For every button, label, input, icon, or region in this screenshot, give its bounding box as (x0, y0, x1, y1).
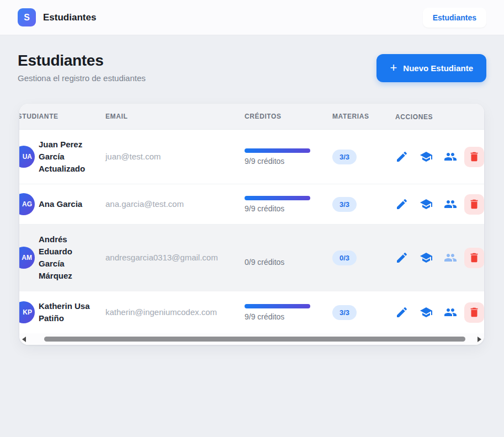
app-title: Estudiantes (43, 12, 96, 23)
credits-progress-bar (245, 304, 310, 308)
trash-icon (468, 198, 480, 210)
credits-progress-bar (245, 196, 310, 200)
student-cell: KP Katherin Usa Patiño (19, 291, 105, 333)
credits-progress-bar (245, 148, 310, 153)
actions-cell (391, 302, 484, 323)
student-email: andresgarcia0313@gmail.com (105, 253, 218, 262)
avatar: UA (19, 146, 35, 168)
credits-cell: 9/9 créditos (245, 304, 332, 321)
groups-button[interactable] (444, 150, 457, 163)
page-heading-block: Estudiantes Gestiona el registro de estu… (18, 52, 146, 83)
table-row: UA Juan Perez García Actualizado juan@te… (19, 130, 484, 184)
column-header-credits: CRÉDITOS (245, 104, 332, 129)
email-cell: juan@test.com (105, 152, 245, 162)
groups-button[interactable] (444, 198, 457, 211)
table-row: AG Ana Garcia ana.garcia@test.com 9/9 cr… (19, 184, 484, 225)
groups-button[interactable] (444, 306, 457, 319)
student-email: juan@test.com (105, 152, 161, 161)
scroll-right-arrow-icon[interactable] (478, 337, 481, 342)
avatar: AM (19, 247, 35, 269)
page-subtitle: Gestiona el registro de estudiantes (18, 73, 146, 83)
credits-cell: 9/9 créditos (245, 196, 332, 213)
page-head: Estudiantes Gestiona el registro de estu… (18, 52, 486, 83)
subjects-badge: 3/3 (332, 150, 357, 164)
groups-button[interactable] (444, 251, 457, 264)
subjects-cell: 0/3 (332, 251, 391, 265)
subjects-button[interactable] (420, 251, 433, 264)
people-icon (444, 306, 457, 319)
graduation-cap-icon (420, 306, 433, 319)
student-cell: UA Juan Perez García Actualizado (19, 130, 105, 184)
student-email: ana.garcia@test.com (105, 199, 184, 209)
people-icon (444, 251, 457, 264)
edit-button[interactable] (395, 198, 408, 211)
column-header-subjects: MATERIAS (332, 104, 391, 129)
scrollbar-thumb[interactable] (44, 337, 465, 342)
avatar: AG (19, 193, 35, 215)
graduation-cap-icon (420, 198, 433, 211)
credits-label: 9/9 créditos (245, 204, 332, 213)
email-cell: katherin@ingeniumcodex.com (105, 307, 245, 317)
column-header-actions: ACCIONES (391, 104, 484, 129)
student-name: Ana Garcia (39, 198, 100, 210)
credits-label: 9/9 créditos (245, 312, 332, 321)
credits-cell: 9/9 créditos (245, 148, 332, 166)
page-title: Estudiantes (18, 52, 146, 70)
credits-label: 9/9 créditos (245, 157, 332, 166)
credits-label: 0/9 créditos (245, 258, 332, 267)
students-table-card: ESTUDIANTE EMAIL CRÉDITOS MATERIAS ACCIO… (19, 104, 484, 345)
credits-progress-track (245, 249, 310, 254)
delete-button[interactable] (464, 147, 484, 167)
subjects-button[interactable] (420, 150, 433, 163)
app-logo: S (18, 8, 36, 26)
pencil-icon (395, 150, 408, 163)
graduation-cap-icon (420, 150, 433, 163)
page-content: Estudiantes Gestiona el registro de estu… (0, 35, 504, 345)
actions-cell (391, 248, 484, 268)
subjects-button[interactable] (420, 198, 433, 211)
credits-progress-track (245, 148, 310, 153)
pencil-icon (395, 251, 408, 264)
app-header: S Estudiantes Estudiantes (0, 0, 504, 35)
edit-button[interactable] (395, 251, 408, 264)
trash-icon (468, 151, 480, 163)
subjects-cell: 3/3 (332, 150, 391, 164)
delete-button[interactable] (464, 248, 484, 268)
subjects-badge: 3/3 (332, 197, 357, 212)
graduation-cap-icon (420, 251, 433, 264)
delete-button[interactable] (464, 302, 484, 323)
edit-button[interactable] (395, 306, 408, 319)
trash-icon (468, 306, 480, 318)
credits-progress-track (245, 196, 310, 200)
scroll-left-arrow-icon[interactable] (22, 337, 26, 342)
student-name: Juan Perez García Actualizado (39, 138, 100, 175)
new-student-button-label: Nuevo Estudiante (403, 63, 473, 73)
horizontal-scrollbar[interactable] (19, 333, 484, 345)
student-name: Andrés Eduardo García Márquez (39, 233, 100, 282)
pencil-icon (395, 198, 408, 211)
credits-cell: 0/9 créditos (245, 249, 332, 267)
actions-cell (391, 194, 484, 215)
actions-cell (391, 147, 484, 167)
nav-link-estudiantes[interactable]: Estudiantes (423, 8, 486, 28)
table-scroll-viewport: ESTUDIANTE EMAIL CRÉDITOS MATERIAS ACCIO… (19, 104, 484, 333)
table-row: KP Katherin Usa Patiño katherin@ingenium… (19, 291, 484, 333)
email-cell: ana.garcia@test.com (105, 199, 245, 209)
pencil-icon (395, 306, 408, 319)
table-scroll-content: ESTUDIANTE EMAIL CRÉDITOS MATERIAS ACCIO… (19, 104, 484, 333)
student-cell: AM Andrés Eduardo García Márquez (19, 225, 105, 291)
subjects-cell: 3/3 (332, 197, 391, 212)
subjects-badge: 3/3 (332, 305, 357, 320)
email-cell: andresgarcia0313@gmail.com (105, 253, 245, 263)
edit-button[interactable] (395, 150, 408, 163)
people-icon (444, 198, 457, 211)
subjects-cell: 3/3 (332, 305, 391, 320)
brand: S Estudiantes (18, 8, 96, 26)
new-student-button[interactable]: + Nuevo Estudiante (376, 54, 486, 82)
delete-button[interactable] (464, 194, 484, 215)
subjects-badge: 0/3 (332, 251, 357, 265)
subjects-button[interactable] (420, 306, 433, 319)
people-icon (444, 150, 457, 163)
column-header-email: EMAIL (105, 104, 245, 129)
student-email: katherin@ingeniumcodex.com (105, 307, 217, 317)
